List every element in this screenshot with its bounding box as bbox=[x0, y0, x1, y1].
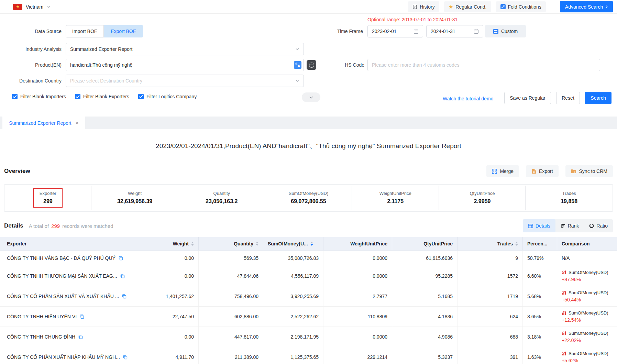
comparison-content: SumOfMoney(USD) +22.02% bbox=[562, 330, 608, 344]
view-ratio-button[interactable]: Ratio bbox=[584, 219, 613, 232]
country-selector[interactable]: ★ Vietnam bbox=[13, 4, 51, 10]
industry-analysis-select[interactable]: Summarized Exporter Report bbox=[66, 43, 304, 55]
filter-checkbox[interactable]: Filter Logitics Company bbox=[138, 94, 197, 99]
column-header[interactable]: SumOfMoney(U... bbox=[263, 237, 323, 250]
column-header[interactable]: Percen... bbox=[523, 237, 557, 250]
reset-button[interactable]: Reset bbox=[556, 92, 580, 104]
regular-cond-button[interactable]: ★ Regular Cond. bbox=[444, 1, 491, 12]
copy-icon[interactable] bbox=[78, 334, 83, 339]
cell-qty-unit-price: 4.1836 bbox=[392, 307, 458, 327]
view-rank-button[interactable]: Rank bbox=[555, 219, 584, 232]
column-header[interactable]: QtyUnitPrice bbox=[392, 237, 458, 250]
sync-to-crm-label: Sync to CRM bbox=[579, 168, 607, 174]
export-boe-tab[interactable]: Export BOE bbox=[104, 25, 143, 37]
exporter-name: CÔNG TY TNHH HIỀN UYÊN VI bbox=[7, 314, 77, 319]
cell-quantity: 569.35 bbox=[199, 251, 263, 266]
trend-up-icon bbox=[562, 270, 566, 275]
product-en-input[interactable]: handicraft;Thủ công mỹ nghệ A bbox=[66, 59, 304, 71]
column-header[interactable]: Weight bbox=[133, 237, 199, 250]
cell-qty-unit-price: 4.9086 bbox=[392, 327, 458, 347]
column-header[interactable]: Exporter bbox=[0, 237, 133, 250]
cell-percent: 3.65% bbox=[523, 307, 557, 327]
import-boe-tab[interactable]: Import BOE bbox=[66, 25, 104, 37]
export-label: Export bbox=[539, 168, 553, 174]
cell-weight: 0.00 bbox=[133, 327, 199, 347]
column-header[interactable]: Trades bbox=[458, 237, 523, 250]
column-header[interactable]: WeightUnitPrice bbox=[323, 237, 392, 250]
save-as-regular-button[interactable]: Save as Regular bbox=[504, 92, 551, 104]
cell-percent: 50.79% bbox=[523, 251, 557, 266]
column-header[interactable]: Comparison bbox=[557, 237, 617, 250]
sort-icon[interactable] bbox=[256, 242, 258, 246]
merge-label: Merge bbox=[500, 168, 514, 174]
export-button[interactable]: Export bbox=[526, 165, 558, 177]
overview-stat: Trades 19,858 bbox=[526, 188, 613, 208]
advanced-search-button[interactable]: Advanced Search › bbox=[560, 1, 613, 12]
matched-count: 299 bbox=[51, 223, 60, 229]
search-button[interactable]: Search bbox=[585, 92, 612, 104]
history-button[interactable]: History bbox=[408, 1, 439, 12]
column-header-label: Quantity bbox=[234, 241, 253, 246]
star-icon: ★ bbox=[449, 4, 453, 9]
close-icon[interactable]: × bbox=[75, 120, 78, 126]
copy-icon[interactable] bbox=[120, 274, 125, 278]
cell-sum-of-money: 3,920,255.69 bbox=[263, 286, 323, 306]
comparison-metric: SumOfMoney(USD) bbox=[569, 289, 608, 296]
checkbox-checked-icon[interactable] bbox=[75, 94, 80, 99]
destination-country-select[interactable]: Please select Destination Country bbox=[66, 75, 304, 87]
column-header[interactable]: Quantity bbox=[199, 237, 263, 250]
start-date-input[interactable]: 2023-02-01 bbox=[367, 25, 423, 37]
view-details-button[interactable]: Details bbox=[523, 219, 555, 232]
cell-exporter: CÔNG TY TNHH VÀNG BẠC - ĐÁ QUÝ PHÚ QUÝ bbox=[0, 251, 133, 266]
stat-value: 2.1175 bbox=[379, 198, 411, 205]
copy-icon[interactable] bbox=[79, 314, 84, 319]
cell-quantity: 447,817.00 bbox=[199, 327, 263, 347]
checkbox-checked-icon[interactable] bbox=[12, 94, 18, 99]
copy-icon[interactable] bbox=[118, 256, 123, 261]
destination-country-placeholder: Please select Destination Country bbox=[70, 78, 295, 84]
filter-checkbox[interactable]: Filter Blank Exporters bbox=[75, 94, 129, 99]
sort-icon[interactable] bbox=[310, 242, 313, 246]
column-header-label: Comparison bbox=[562, 241, 590, 246]
table-row: CÔNG TY TNHH HIỀN UYÊN VI 22,747.50602,8… bbox=[0, 307, 617, 327]
end-date-input[interactable]: 2024-01-31 bbox=[426, 25, 483, 37]
trend-up-icon bbox=[562, 331, 566, 335]
cell-weight-unit-price: 229.1214 bbox=[323, 347, 392, 364]
stat-value: 2.9959 bbox=[470, 198, 495, 205]
filter-checkbox[interactable]: Filter Blank Importers bbox=[12, 94, 66, 99]
sort-icon[interactable] bbox=[191, 242, 194, 246]
filter-checkbox-row: Filter Blank Importers Filter Blank Expo… bbox=[12, 94, 197, 99]
hs-code-input[interactable]: Please enter more than 4 customs codes bbox=[367, 59, 600, 71]
copy-icon[interactable] bbox=[123, 355, 128, 360]
tab-label: Summarized Exporter Report bbox=[9, 120, 71, 126]
cell-comparison: N/A bbox=[557, 251, 617, 266]
translate-icon[interactable]: A bbox=[294, 61, 301, 69]
custom-range-button[interactable]: Custom bbox=[485, 25, 526, 37]
sort-icon[interactable] bbox=[515, 242, 518, 246]
merge-button[interactable]: Merge bbox=[486, 165, 519, 177]
cell-percent: 3.18% bbox=[523, 327, 557, 347]
table-row: CÔNG TY CỔ PHẦN XUẤT NHẬP KHẨU MỸ NGH...… bbox=[0, 347, 617, 364]
time-frame-label: Time Frame bbox=[309, 28, 363, 35]
end-date-value: 2024-01-31 bbox=[431, 29, 474, 34]
cell-quantity: 758,496.00 bbox=[199, 286, 263, 306]
collapse-form-button[interactable] bbox=[302, 92, 320, 102]
stat-label: SumOfMoney(USD) bbox=[289, 191, 329, 196]
checkbox-checked-icon[interactable] bbox=[138, 94, 144, 99]
fold-icon bbox=[500, 4, 506, 9]
cell-comparison: SumOfMoney(USD) +87.96% bbox=[557, 266, 617, 286]
report-panel: 2023/02/01-2024/01/31,Product(EN) AND"ha… bbox=[0, 142, 617, 364]
comparison-content: SumOfMoney(USD) +12.54% bbox=[562, 310, 608, 323]
sync-to-crm-button[interactable]: Sync to CRM bbox=[565, 165, 613, 177]
tutorial-link[interactable]: Watch the tutorial demo bbox=[443, 96, 493, 101]
copy-icon[interactable] bbox=[122, 294, 126, 299]
country-name: Vietnam bbox=[26, 4, 43, 10]
overview-stat: Weight 32,619,956.39 bbox=[91, 188, 178, 208]
cell-quantity: 47,844.06 bbox=[199, 266, 263, 286]
stat-value: 69,072,806.55 bbox=[289, 198, 329, 205]
tab-summarized-exporter-report[interactable]: Summarized Exporter Report × bbox=[2, 117, 85, 129]
stat-label: WeightUnitPrice bbox=[379, 191, 411, 196]
checkbox-label: Filter Blank Exporters bbox=[83, 94, 129, 99]
fold-conditions-button[interactable]: Fold Conditions bbox=[496, 1, 546, 12]
exporter-name: CÔNG TY CỔ PHẦN XUẤT NHẬP KHẨU MỸ NGH... bbox=[7, 354, 120, 360]
